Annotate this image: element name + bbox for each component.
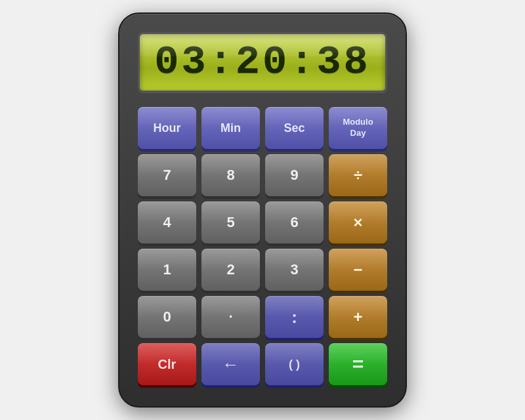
btn-6[interactable]: 6 <box>265 201 324 243</box>
btn-5[interactable]: 5 <box>201 201 260 243</box>
btn-clear[interactable]: Clr <box>138 343 196 385</box>
btn-plus[interactable]: + <box>329 296 387 338</box>
btn-backspace[interactable]: ← <box>201 343 260 385</box>
display: 03:20:38 <box>138 32 387 93</box>
btn-multiply[interactable]: × <box>329 201 387 243</box>
btn-colon[interactable]: : <box>265 296 324 338</box>
btn-parens[interactable]: ( ) <box>265 343 324 385</box>
btn-minus[interactable]: − <box>329 249 387 291</box>
modulo-day-btn[interactable]: ModuloDay <box>329 107 387 149</box>
btn-4[interactable]: 4 <box>138 201 196 243</box>
btn-dot[interactable]: · <box>201 296 260 338</box>
display-value: 03:20:38 <box>152 42 373 83</box>
btn-1[interactable]: 1 <box>138 249 196 291</box>
btn-7[interactable]: 7 <box>138 154 196 196</box>
btn-3[interactable]: 3 <box>265 249 324 291</box>
btn-equals[interactable]: = <box>329 343 387 385</box>
btn-0[interactable]: 0 <box>138 296 196 338</box>
min-btn[interactable]: Min <box>201 107 260 149</box>
calculator: 03:20:38 Hour Min Sec ModuloDay 7 8 9 ÷ … <box>118 12 407 408</box>
btn-divide[interactable]: ÷ <box>329 154 387 196</box>
button-grid: Hour Min Sec ModuloDay 7 8 9 ÷ 4 5 6 × 1… <box>138 107 387 385</box>
hour-btn[interactable]: Hour <box>138 107 196 149</box>
btn-9[interactable]: 9 <box>265 154 324 196</box>
btn-2[interactable]: 2 <box>201 249 260 291</box>
sec-btn[interactable]: Sec <box>265 107 324 149</box>
btn-8[interactable]: 8 <box>201 154 260 196</box>
